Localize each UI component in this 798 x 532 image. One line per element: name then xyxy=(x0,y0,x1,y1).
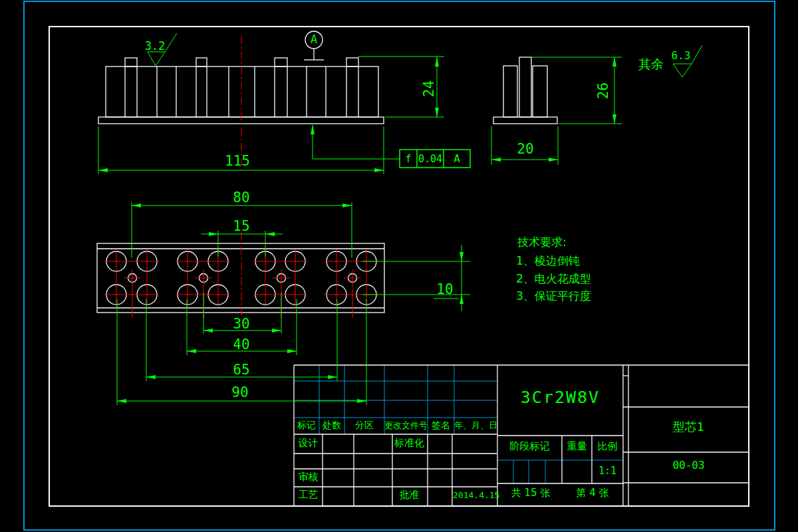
dim-30: 30 xyxy=(223,317,259,332)
tb-role-standardization: 标准化 xyxy=(391,438,428,449)
tb-header-change-file: 更改文件号 xyxy=(384,421,428,430)
tb-weight-label: 重量 xyxy=(562,441,592,452)
tb-scale-label: 比例 xyxy=(592,441,623,452)
dim-90: 90 xyxy=(222,385,258,400)
side-view-geometry xyxy=(493,57,557,124)
tb-header-zone: 分区 xyxy=(344,420,384,430)
title-block-grid xyxy=(294,365,749,506)
tb-header-count: 处数 xyxy=(319,420,344,430)
roughness-rest-label: 其余 xyxy=(638,57,664,71)
cad-drawing-canvas: 3.2 A 24 115 f 0.04 A 26 20 其余 6.3 80 15… xyxy=(0,0,798,532)
fcf-symbol: f xyxy=(400,153,417,165)
tb-role-process: 工艺 xyxy=(294,489,323,501)
fcf-datum: A xyxy=(444,153,470,165)
tb-header-mark: 标记 xyxy=(294,420,319,430)
roughness-top-value: 3.2 xyxy=(144,40,166,53)
tb-material: 3Cr2W8V xyxy=(497,388,623,407)
fcf-tolerance: 0.04 xyxy=(417,154,444,165)
centerlines xyxy=(104,36,378,321)
dim-80: 80 xyxy=(219,190,263,205)
tb-drawing-number: 00-03 xyxy=(628,460,749,471)
dim-20: 20 xyxy=(507,142,544,157)
tb-header-signature: 签名 xyxy=(428,420,454,430)
dim-26: 26 xyxy=(596,76,611,106)
dim-115: 115 xyxy=(217,154,257,169)
roughness-rest-value: 6.3 xyxy=(669,50,693,62)
tb-role-review: 审核 xyxy=(294,471,323,483)
tb-role-design: 设计 xyxy=(294,438,323,449)
tb-header-date: 年、月、日 xyxy=(454,421,497,430)
dim-24: 24 xyxy=(422,76,437,102)
tb-approve-date: 2014.4.15 xyxy=(453,491,495,500)
tech-req-item: 2、电火花成型 xyxy=(516,273,591,285)
tb-role-approve: 批准 xyxy=(391,489,428,501)
tech-req-item: 3、保证平行度 xyxy=(516,290,591,303)
tb-stage-mark: 阶段标记 xyxy=(497,441,562,452)
tb-part-name: 型芯1 xyxy=(628,420,749,434)
tech-req-title: 技术要求: xyxy=(517,236,567,249)
dim-40: 40 xyxy=(223,337,259,352)
dim-10: 10 xyxy=(431,282,459,297)
dim-65: 65 xyxy=(223,362,259,378)
dimension-lines xyxy=(98,33,702,405)
tb-sheet-number: 第 4 张 xyxy=(562,487,623,499)
dim-15: 15 xyxy=(223,219,259,234)
drawing-linework xyxy=(0,0,798,532)
tb-scale-value: 1:1 xyxy=(592,466,623,477)
datum-a-label: A xyxy=(307,33,321,46)
tb-sheet-total: 共 15 张 xyxy=(497,487,564,499)
tech-req-item: 1、棱边倒钝 xyxy=(516,255,580,267)
